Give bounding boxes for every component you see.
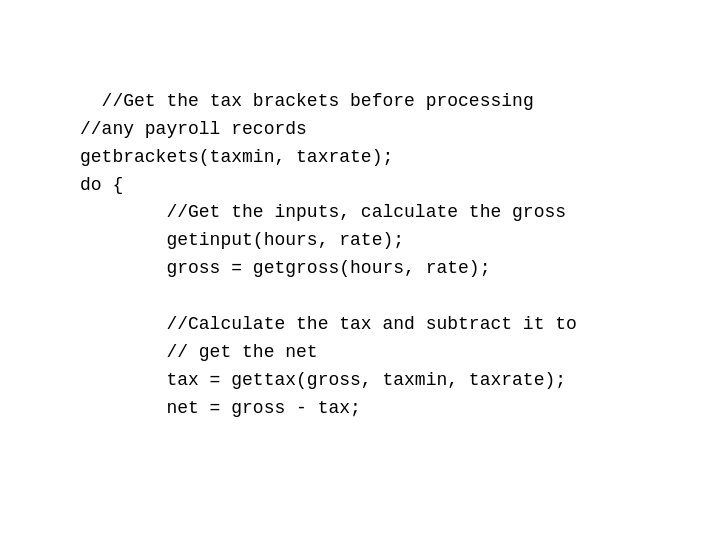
code-line-5: //Get the inputs, calculate the gross bbox=[80, 202, 566, 222]
code-line-9: //Calculate the tax and subtract it to bbox=[80, 314, 577, 334]
code-line-8 bbox=[80, 286, 91, 306]
code-line-10: // get the net bbox=[80, 342, 318, 362]
code-line-6: getinput(hours, rate); bbox=[80, 230, 404, 250]
code-line-2: //any payroll records bbox=[80, 119, 307, 139]
code-line-11: tax = gettax(gross, taxmin, taxrate); bbox=[80, 370, 566, 390]
code-line-1: //Get the tax brackets before processing bbox=[102, 91, 534, 111]
code-line-12: net = gross - tax; bbox=[80, 398, 361, 418]
code-line-3: getbrackets(taxmin, taxrate); bbox=[80, 147, 393, 167]
code-block: //Get the tax brackets before processing… bbox=[0, 0, 657, 483]
code-line-4: do { bbox=[80, 175, 123, 195]
code-line-7: gross = getgross(hours, rate); bbox=[80, 258, 490, 278]
